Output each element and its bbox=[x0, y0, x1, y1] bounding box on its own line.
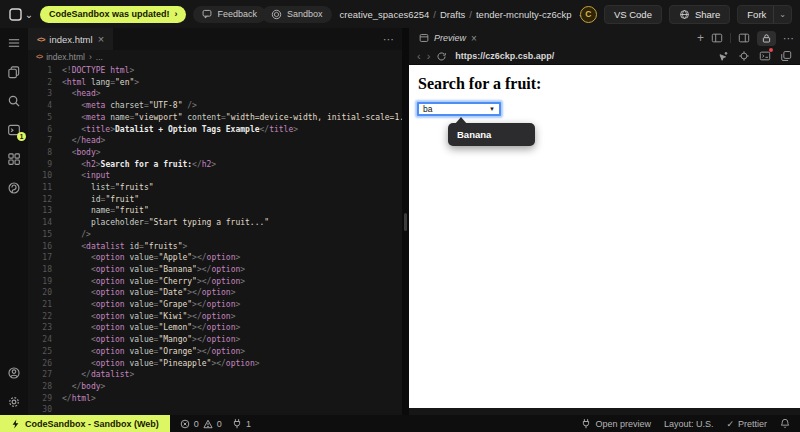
code-line[interactable]: 1<!DOCTYPE html> bbox=[28, 65, 402, 77]
files-icon[interactable] bbox=[6, 64, 22, 80]
ports-indicator[interactable]: 1 bbox=[232, 418, 251, 429]
html-file-icon: <> bbox=[36, 53, 42, 60]
notifications-bell-icon[interactable] bbox=[780, 418, 790, 429]
avatar[interactable]: C bbox=[580, 6, 597, 23]
codesandbox-logo-icon bbox=[9, 8, 22, 21]
code-line[interactable]: 10 <input bbox=[28, 170, 402, 182]
activity-bar: 1 bbox=[0, 28, 28, 415]
sandbox-pill[interactable]: Sandbox bbox=[262, 6, 332, 23]
workspace-menu[interactable]: ⌄ bbox=[9, 8, 33, 21]
split-panel-left-icon[interactable] bbox=[711, 32, 723, 44]
suggestion-option[interactable]: Banana bbox=[448, 129, 491, 140]
warnings-icon bbox=[203, 419, 213, 429]
code-line[interactable]: 17 <option value="Apple"></option> bbox=[28, 252, 402, 264]
split-panel-right-icon[interactable] bbox=[738, 32, 750, 44]
code-line[interactable]: 30 bbox=[28, 404, 402, 415]
problems-indicator[interactable]: 0 0 bbox=[180, 419, 222, 429]
code-line[interactable]: 26 <option value="Pineapple"></option> bbox=[28, 358, 402, 370]
warnings-count: 0 bbox=[217, 419, 222, 429]
code-editor[interactable]: 1<!DOCTYPE html>2<html lang="en">3 <head… bbox=[28, 63, 402, 415]
datalist-popup: Banana bbox=[448, 123, 535, 146]
input-value: ba bbox=[423, 104, 489, 114]
preview-viewport: Search for a fruit: ba ▼ Banana bbox=[409, 65, 800, 408]
code-line[interactable]: 29</html> bbox=[28, 393, 402, 405]
vscode-button[interactable]: VS Code bbox=[604, 5, 662, 24]
inspect-pointer-icon[interactable] bbox=[717, 50, 729, 62]
code-line[interactable]: 6 <title>Datalist + Option Tags Example<… bbox=[28, 124, 402, 136]
code-line[interactable]: 12 id="fruit" bbox=[28, 194, 402, 206]
popup-caret bbox=[455, 117, 467, 124]
editor-more-actions-icon[interactable]: ⋯ bbox=[375, 28, 402, 50]
console-icon[interactable] bbox=[759, 50, 771, 62]
github-icon[interactable] bbox=[6, 180, 22, 196]
code-line[interactable]: 14 placeholder="Start typing a fruit..." bbox=[28, 217, 402, 229]
update-badge[interactable]: CodeSandbox was updated! › bbox=[40, 6, 187, 23]
preview-tab-strip: Preview × + ⋯ bbox=[409, 28, 800, 48]
pane-resize-divider[interactable] bbox=[402, 28, 409, 415]
back-icon[interactable]: ‹ bbox=[417, 51, 421, 62]
layout-indicator[interactable]: Layout: U.S. bbox=[664, 419, 714, 429]
terminal-icon[interactable]: 1 bbox=[6, 122, 22, 138]
editor-breadcrumbs[interactable]: <> index.html › ... bbox=[28, 50, 402, 63]
terminal-badge: 1 bbox=[17, 132, 26, 141]
sandbox-status-button[interactable]: CodeSandbox - Sandbox (Web) bbox=[0, 415, 170, 432]
code-line[interactable]: 20 <option value="Date"></option> bbox=[28, 287, 402, 299]
code-line[interactable]: 7 </head> bbox=[28, 135, 402, 147]
settings-gear-icon[interactable] bbox=[6, 394, 22, 410]
arrow-right-icon: › bbox=[174, 9, 177, 19]
code-line[interactable]: 28 </body> bbox=[28, 381, 402, 393]
feedback-button[interactable]: Feedback bbox=[193, 6, 266, 23]
html-file-icon: <> bbox=[37, 35, 44, 44]
breadcrumb[interactable]: creative_spaces6254 / Drafts / tender-mc… bbox=[340, 9, 586, 20]
code-line[interactable]: 4 <meta charset="UTF-8" /> bbox=[28, 100, 402, 112]
code-line[interactable]: 16 <datalist id="fruits"> bbox=[28, 241, 402, 253]
ports-count: 1 bbox=[246, 419, 251, 429]
code-line[interactable]: 24 <option value="Mango"></option> bbox=[28, 334, 402, 346]
code-line[interactable]: 2<html lang="en"> bbox=[28, 77, 402, 89]
forward-icon[interactable]: › bbox=[427, 51, 431, 62]
fruit-search-input[interactable]: ba ▼ bbox=[417, 102, 501, 116]
code-line[interactable]: 18 <option value="Banana"></option> bbox=[28, 264, 402, 276]
code-line[interactable]: 15 /> bbox=[28, 229, 402, 241]
chevron-down-icon: ⌄ bbox=[779, 10, 786, 19]
tab-preview[interactable]: Preview × bbox=[419, 33, 477, 44]
resize-handle[interactable] bbox=[404, 213, 407, 231]
plug-icon bbox=[232, 418, 242, 429]
code-line[interactable]: 11 list="fruits" bbox=[28, 182, 402, 194]
close-tab-icon[interactable]: × bbox=[471, 33, 477, 44]
search-icon[interactable] bbox=[6, 93, 22, 109]
code-line[interactable]: 5 <meta name="viewport" content="width=d… bbox=[28, 112, 402, 124]
tab-index-html[interactable]: <> index.html × bbox=[28, 28, 113, 50]
code-line[interactable]: 25 <option value="Orange"></option> bbox=[28, 346, 402, 358]
code-line[interactable]: 9 <h2>Search for a fruit:</h2> bbox=[28, 159, 402, 171]
more-actions-icon[interactable]: ⋯ bbox=[783, 33, 794, 44]
menu-icon[interactable] bbox=[6, 35, 22, 51]
fork-dropdown[interactable]: ⌄ bbox=[773, 6, 791, 23]
share-button[interactable]: Share bbox=[669, 5, 730, 24]
prettier-indicator[interactable]: ✓ Prettier bbox=[726, 419, 767, 429]
code-line[interactable]: 22 <option value="Kiwi"></option> bbox=[28, 311, 402, 323]
code-line[interactable]: 23 <option value="Lemon"></option> bbox=[28, 322, 402, 334]
code-line[interactable]: 3 <head> bbox=[28, 88, 402, 100]
open-preview-button[interactable]: Open preview bbox=[581, 418, 651, 429]
sandbox-icon bbox=[271, 9, 282, 20]
url-text[interactable]: https://cz6ckp.csb.app/ bbox=[455, 51, 554, 61]
refresh-icon[interactable] bbox=[436, 51, 447, 62]
responsive-target-icon[interactable] bbox=[738, 50, 750, 62]
code-line[interactable]: 21 <option value="Grape"></option> bbox=[28, 299, 402, 311]
open-external-icon[interactable] bbox=[780, 50, 792, 62]
devtools-icon[interactable] bbox=[6, 151, 22, 167]
breadcrumb-file: index.html bbox=[46, 52, 85, 62]
account-icon[interactable] bbox=[6, 365, 22, 381]
errors-icon bbox=[180, 419, 190, 429]
console-error-dot bbox=[769, 48, 773, 52]
code-line[interactable]: 19 <option value="Cherry"></option> bbox=[28, 276, 402, 288]
code-line[interactable]: 27 </datalist> bbox=[28, 369, 402, 381]
code-line[interactable]: 8 <body> bbox=[28, 147, 402, 159]
code-line[interactable]: 13 name="fruit" bbox=[28, 205, 402, 217]
fork-button[interactable]: Fork ⌄ bbox=[737, 5, 792, 24]
close-tab-icon[interactable]: × bbox=[98, 34, 104, 45]
dropdown-arrow-icon: ▼ bbox=[489, 106, 495, 112]
new-tab-icon[interactable]: + bbox=[697, 32, 704, 44]
lock-icon[interactable] bbox=[757, 31, 776, 46]
